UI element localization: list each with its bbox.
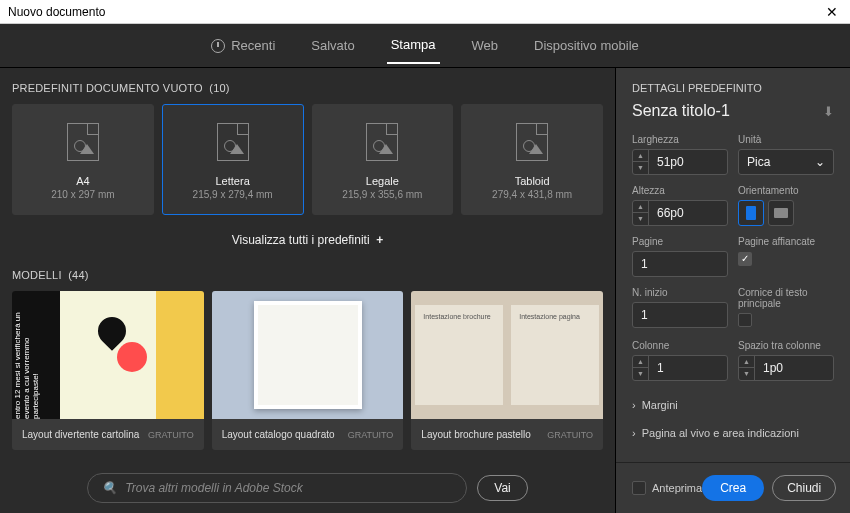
height-label: Altezza <box>632 185 728 196</box>
stepper-icon[interactable]: ▲▼ <box>633 150 649 174</box>
start-number-input[interactable]: 1 <box>632 302 728 328</box>
page-icon <box>217 123 249 161</box>
chevron-right-icon: › <box>632 427 636 439</box>
chevron-down-icon: ⌄ <box>815 155 825 169</box>
unit-select[interactable]: Pica ⌄ <box>738 149 834 175</box>
stock-search-input[interactable]: 🔍 Trova altri modelli in Adobe Stock <box>87 473 467 503</box>
tab-recent-label: Recenti <box>231 38 275 53</box>
page-icon <box>67 123 99 161</box>
preset-size: 215,9 x 355,6 mm <box>342 189 422 200</box>
preset-name: Lettera <box>216 175 250 187</box>
template-thumbnail: Intestazione brochureIntestazione pagina <box>411 291 603 419</box>
chevron-right-icon: › <box>632 399 636 411</box>
gutter-input[interactable]: ▲▼ 1p0 <box>738 355 834 381</box>
start-number-label: N. inizio <box>632 287 728 298</box>
height-input[interactable]: ▲▼ 66p0 <box>632 200 728 226</box>
preset-size: 279,4 x 431,8 mm <box>492 189 572 200</box>
free-badge: GRATUITO <box>348 430 394 440</box>
columns-label: Colonne <box>632 340 728 351</box>
close-button[interactable]: Chiudi <box>772 475 836 501</box>
preset-tabloid[interactable]: Tabloid 279,4 x 431,8 mm <box>461 104 603 215</box>
stepper-icon[interactable]: ▲▼ <box>739 356 755 380</box>
page-icon <box>516 123 548 161</box>
template-name: Layout divertente cartolina <box>22 429 139 440</box>
facing-pages-label: Pagine affiancate <box>738 236 834 247</box>
tab-print-label: Stampa <box>391 37 436 52</box>
view-all-presets[interactable]: Visualizza tutti i predefiniti + <box>12 233 603 247</box>
tab-mobile-label: Dispositivo mobile <box>534 38 639 53</box>
preset-letter[interactable]: Lettera 215,9 x 279,4 mm <box>162 104 304 215</box>
preset-name: Legale <box>366 175 399 187</box>
orientation-label: Orientamento <box>738 185 834 196</box>
template-card[interactable]: entro 12 mesi si verificherà un evento a… <box>12 291 204 450</box>
stepper-icon[interactable]: ▲▼ <box>633 201 649 225</box>
details-heading: DETTAGLI PREDEFINITO <box>632 82 834 94</box>
tab-mobile[interactable]: Dispositivo mobile <box>530 28 643 63</box>
primary-text-frame-checkbox[interactable] <box>738 313 752 327</box>
search-placeholder: Trova altri modelli in Adobe Stock <box>125 481 302 495</box>
columns-input[interactable]: ▲▼ 1 <box>632 355 728 381</box>
tab-web[interactable]: Web <box>468 28 503 63</box>
preset-size: 210 x 297 mm <box>51 189 114 200</box>
page-icon <box>366 123 398 161</box>
search-go-button[interactable]: Vai <box>477 475 527 501</box>
template-thumbnail: entro 12 mesi si verificherà un evento a… <box>12 291 204 419</box>
template-name: Layout catalogo quadrato <box>222 429 335 440</box>
preset-name: Tabloid <box>515 175 550 187</box>
clock-icon <box>211 39 225 53</box>
bleed-accordion[interactable]: › Pagina al vivo e area indicazioni <box>632 419 834 447</box>
tab-web-label: Web <box>472 38 499 53</box>
free-badge: GRATUITO <box>547 430 593 440</box>
pages-label: Pagine <box>632 236 728 247</box>
orientation-landscape[interactable] <box>768 200 794 226</box>
titlebar: Nuovo documento ✕ <box>0 0 850 24</box>
tab-recent[interactable]: Recenti <box>207 28 279 63</box>
preset-a4[interactable]: A4 210 x 297 mm <box>12 104 154 215</box>
create-button[interactable]: Crea <box>702 475 764 501</box>
tab-print[interactable]: Stampa <box>387 27 440 64</box>
width-label: Larghezza <box>632 134 728 145</box>
preset-name: A4 <box>76 175 89 187</box>
window-title: Nuovo documento <box>8 5 105 19</box>
preset-details-panel: DETTAGLI PREDEFINITO Senza titolo-1 ⬇ La… <box>615 68 850 513</box>
tab-saved[interactable]: Salvato <box>307 28 358 63</box>
left-panel: PREDEFINITI DOCUMENTO VUOTO (10) A4 210 … <box>0 68 615 513</box>
free-badge: GRATUITO <box>148 430 194 440</box>
preview-checkbox[interactable] <box>632 481 646 495</box>
preset-size: 215,9 x 279,4 mm <box>193 189 273 200</box>
template-name: Layout brochure pastello <box>421 429 531 440</box>
gutter-label: Spazio tra colonne <box>738 340 834 351</box>
preview-label: Anteprima <box>652 482 702 494</box>
template-card[interactable]: Intestazione brochureIntestazione pagina… <box>411 291 603 450</box>
svg-rect-1 <box>774 208 788 218</box>
unit-label: Unità <box>738 134 834 145</box>
models-heading: MODELLI (44) <box>12 269 603 281</box>
category-tabs: Recenti Salvato Stampa Web Dispositivo m… <box>0 24 850 68</box>
template-card[interactable]: Layout catalogo quadratoGRATUITO <box>212 291 404 450</box>
width-input[interactable]: ▲▼ 51p0 <box>632 149 728 175</box>
template-thumbnail <box>212 291 404 419</box>
save-preset-icon[interactable]: ⬇ <box>823 104 834 119</box>
orientation-portrait[interactable] <box>738 200 764 226</box>
document-name[interactable]: Senza titolo-1 <box>632 102 730 120</box>
svg-rect-0 <box>746 206 756 220</box>
search-icon: 🔍 <box>102 481 117 495</box>
tab-saved-label: Salvato <box>311 38 354 53</box>
close-icon[interactable]: ✕ <box>822 4 842 20</box>
stepper-icon[interactable]: ▲▼ <box>633 356 649 380</box>
pages-input[interactable]: 1 <box>632 251 728 277</box>
primary-text-frame-label: Cornice di testo principale <box>738 287 834 309</box>
facing-pages-checkbox[interactable]: ✓ <box>738 252 752 266</box>
preset-legal[interactable]: Legale 215,9 x 355,6 mm <box>312 104 454 215</box>
margins-accordion[interactable]: › Margini <box>632 391 834 419</box>
presets-heading: PREDEFINITI DOCUMENTO VUOTO (10) <box>12 82 603 94</box>
